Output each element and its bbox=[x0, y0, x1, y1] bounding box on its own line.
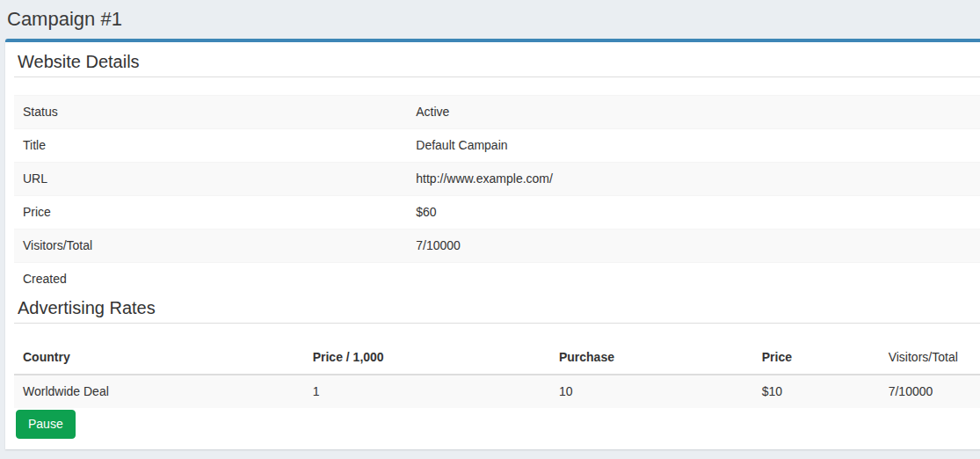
col-header-price: Price bbox=[753, 341, 880, 375]
rates-cell-country: Worldwide Deal bbox=[14, 375, 304, 408]
detail-label-price: Price bbox=[14, 196, 407, 230]
detail-label-status: Status bbox=[14, 96, 407, 129]
page-header: Campaign #1 bbox=[0, 0, 980, 39]
detail-value-created bbox=[407, 263, 980, 296]
detail-row-title: Title Default Campain bbox=[14, 129, 980, 163]
col-header-purchase: Purchase bbox=[550, 341, 753, 375]
rates-cell-price-per-1000: 1 bbox=[304, 375, 550, 408]
detail-row-url: URL http://www.example.com/ bbox=[14, 163, 980, 196]
website-details-table: Status Active Title Default Campain URL … bbox=[14, 95, 980, 295]
advertising-rates-heading: Advertising Rates bbox=[14, 297, 980, 324]
rates-cell-price: $10 bbox=[753, 375, 880, 408]
advertising-rates-table: Country Price / 1,000 Purchase Price Vis… bbox=[14, 341, 980, 408]
detail-label-url: URL bbox=[14, 163, 407, 196]
pause-button[interactable]: Pause bbox=[16, 410, 76, 439]
col-header-price-per-1000: Price / 1,000 bbox=[304, 341, 550, 375]
detail-value-url: http://www.example.com/ bbox=[407, 163, 980, 196]
rates-row-worldwide-deal: Worldwide Deal 1 10 $10 7/10000 bbox=[14, 375, 980, 408]
detail-value-title: Default Campain bbox=[407, 129, 980, 163]
page-title: Campaign #1 bbox=[7, 8, 973, 31]
detail-row-visitors: Visitors/Total 7/10000 bbox=[14, 230, 980, 263]
detail-value-price: $60 bbox=[407, 196, 980, 230]
rates-header-row: Country Price / 1,000 Purchase Price Vis… bbox=[14, 341, 980, 375]
detail-value-status: Active bbox=[407, 96, 980, 129]
website-details-heading: Website Details bbox=[14, 51, 980, 77]
detail-label-created: Created bbox=[14, 263, 407, 296]
detail-row-price: Price $60 bbox=[14, 196, 980, 230]
col-header-country: Country bbox=[14, 341, 304, 375]
detail-value-visitors: 7/10000 bbox=[407, 230, 980, 263]
col-header-visitors-total: Visitors/Total bbox=[880, 341, 980, 375]
detail-row-status: Status Active bbox=[14, 96, 980, 129]
detail-label-visitors: Visitors/Total bbox=[14, 230, 407, 263]
detail-label-title: Title bbox=[14, 129, 407, 163]
rates-cell-purchase: 10 bbox=[550, 375, 753, 408]
detail-row-created: Created bbox=[14, 263, 980, 296]
rates-cell-visitors-total: 7/10000 bbox=[880, 375, 980, 408]
campaign-panel: Website Details Status Active Title Defa… bbox=[5, 39, 980, 449]
